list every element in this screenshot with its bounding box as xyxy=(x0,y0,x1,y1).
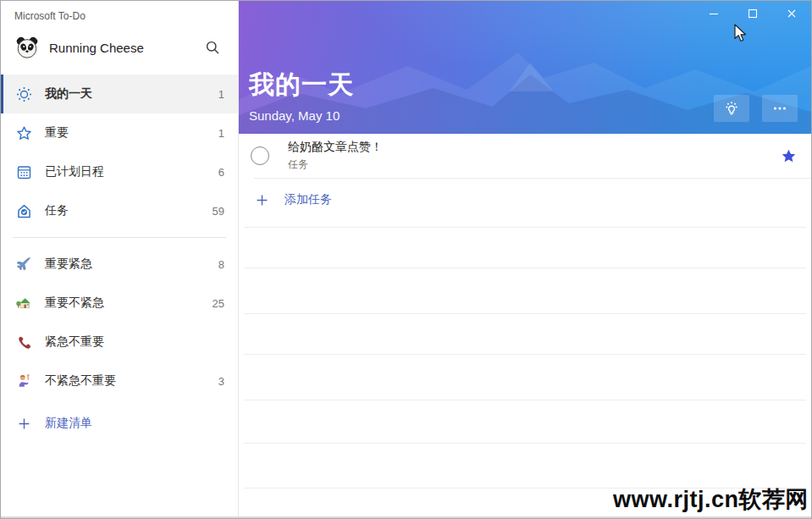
sidebar-item-label: 任务 xyxy=(45,203,213,218)
app-title: Microsoft To-Do xyxy=(1,1,238,22)
sidebar-item-list-1[interactable]: 重要紧急 8 xyxy=(1,245,238,284)
sidebar-item-list-2[interactable]: 重要不紧急 25 xyxy=(1,284,238,323)
main-panel: 我的一天 Sunday, May 10 xyxy=(239,1,811,518)
sidebar-item-label: 我的一天 xyxy=(45,86,218,102)
empty-row-line xyxy=(244,400,806,400)
empty-row-line xyxy=(244,268,806,268)
sidebar-item-label: 重要紧急 xyxy=(45,257,218,272)
more-options-button[interactable] xyxy=(762,95,798,122)
sidebar-item-label: 不紧急不重要 xyxy=(45,373,218,389)
lightbulb-icon xyxy=(722,99,741,118)
item-count-badge: 3 xyxy=(218,375,224,388)
task-title: 给奶酪文章点赞！ xyxy=(288,140,776,155)
header-actions xyxy=(714,95,798,122)
item-count-badge: 59 xyxy=(213,205,224,218)
sidebar-divider xyxy=(13,237,226,238)
smart-lists-nav: 我的一天 1 重要 1 xyxy=(1,75,238,230)
item-count-badge: 1 xyxy=(218,88,224,101)
task-row[interactable]: 给奶酪文章点赞！ 任务 xyxy=(239,134,811,178)
user-name: Running Cheese xyxy=(49,41,201,55)
telephone-receiver-emoji-icon xyxy=(14,333,33,351)
window-controls xyxy=(694,1,811,26)
house-garden-emoji-icon xyxy=(14,294,33,312)
add-task-label: 添加任务 xyxy=(284,192,332,207)
sidebar-item-my-day[interactable]: 我的一天 1 xyxy=(1,75,238,113)
empty-row-line xyxy=(244,443,806,444)
empty-row-line xyxy=(244,313,806,314)
sun-icon xyxy=(14,85,33,103)
user-profile[interactable]: Running Cheese xyxy=(1,29,238,66)
task-checkbox-circle[interactable] xyxy=(251,146,269,165)
minimize-button[interactable] xyxy=(694,1,733,26)
house-check-icon xyxy=(14,202,33,220)
task-list: 给奶酪文章点赞！ 任务 添加任务 xyxy=(239,134,811,518)
sidebar-item-planned[interactable]: 已计划日程 6 xyxy=(1,152,238,191)
new-list-label: 新建清单 xyxy=(45,416,92,431)
page-date: Sunday, May 10 xyxy=(249,108,354,123)
sidebar-item-label: 重要不紧急 xyxy=(45,295,213,311)
person-raising-hand-emoji-icon xyxy=(14,372,33,390)
plus-icon xyxy=(252,192,271,208)
page-title: 我的一天 xyxy=(249,68,354,102)
search-icon[interactable] xyxy=(201,36,224,59)
sidebar: Microsoft To-Do Running Cheese xyxy=(1,1,239,518)
calendar-icon xyxy=(14,163,33,181)
item-count-badge: 25 xyxy=(213,297,224,310)
add-task-button[interactable]: 添加任务 xyxy=(239,179,811,221)
maximize-button[interactable] xyxy=(733,1,772,26)
airplane-emoji-icon xyxy=(14,255,33,273)
suggestions-button[interactable] xyxy=(714,95,749,122)
ellipsis-icon xyxy=(771,99,789,118)
mouse-cursor xyxy=(734,24,749,47)
app-window: Microsoft To-Do Running Cheese xyxy=(0,0,812,519)
task-list-name: 任务 xyxy=(288,157,776,172)
new-list-button[interactable]: 新建清单 xyxy=(1,404,238,443)
empty-row-line xyxy=(244,354,806,355)
custom-lists-nav: 重要紧急 8 重要不紧急 25 xyxy=(1,245,238,400)
sidebar-item-label: 重要 xyxy=(45,125,218,141)
star-icon xyxy=(14,124,33,142)
sidebar-item-tasks[interactable]: 任务 59 xyxy=(1,191,238,230)
item-count-badge: 6 xyxy=(218,166,224,179)
watermark: www.rjtj.cn软荐网 xyxy=(613,484,809,515)
item-count-badge: 8 xyxy=(218,258,224,271)
sidebar-item-important[interactable]: 重要 1 xyxy=(1,113,238,152)
list-header: 我的一天 Sunday, May 10 xyxy=(239,1,811,134)
sidebar-item-list-4[interactable]: 不紧急不重要 3 xyxy=(1,362,238,400)
sidebar-item-label: 紧急不重要 xyxy=(45,334,224,350)
empty-row-line xyxy=(244,227,806,228)
important-star-icon[interactable] xyxy=(776,147,801,165)
panda-avatar-icon xyxy=(14,35,40,60)
sidebar-item-list-3[interactable]: 紧急不重要 xyxy=(1,323,238,362)
sidebar-item-label: 已计划日程 xyxy=(45,164,218,179)
item-count-badge: 1 xyxy=(218,127,224,140)
close-button[interactable] xyxy=(772,1,811,26)
plus-icon xyxy=(14,416,33,432)
